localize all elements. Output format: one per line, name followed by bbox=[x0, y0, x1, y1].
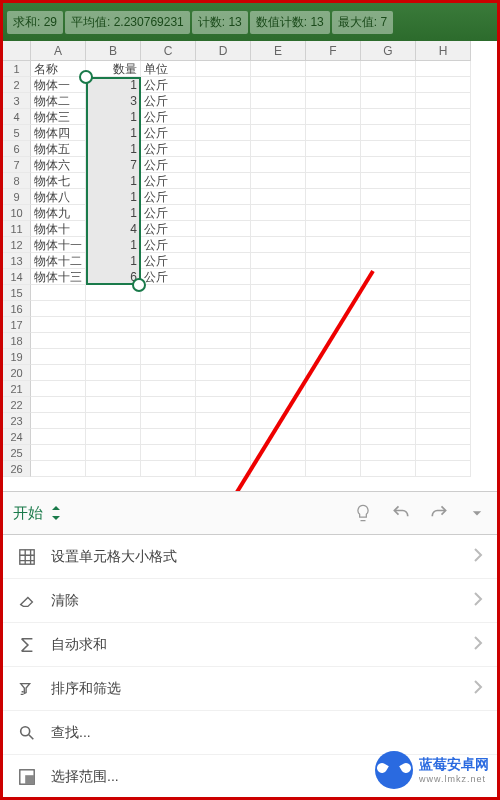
cell[interactable] bbox=[196, 253, 251, 269]
cell[interactable]: 3 bbox=[86, 93, 141, 109]
cell[interactable] bbox=[141, 365, 196, 381]
row-header[interactable]: 5 bbox=[3, 125, 31, 141]
cell[interactable] bbox=[251, 333, 306, 349]
cell[interactable] bbox=[86, 461, 141, 477]
row-header[interactable]: 15 bbox=[3, 285, 31, 301]
row-header[interactable]: 10 bbox=[3, 205, 31, 221]
col-header[interactable]: A bbox=[31, 41, 86, 61]
cell[interactable] bbox=[306, 365, 361, 381]
cell[interactable] bbox=[306, 109, 361, 125]
cell[interactable] bbox=[251, 381, 306, 397]
cell[interactable] bbox=[361, 333, 416, 349]
cell[interactable] bbox=[86, 349, 141, 365]
cell[interactable] bbox=[196, 189, 251, 205]
cell[interactable] bbox=[196, 333, 251, 349]
menu-sort-filter[interactable]: 排序和筛选 bbox=[3, 667, 497, 711]
cell[interactable] bbox=[86, 429, 141, 445]
cell[interactable] bbox=[196, 157, 251, 173]
cell[interactable] bbox=[306, 125, 361, 141]
spreadsheet[interactable]: ABCDEFGH1名称数量单位2物体一1公斤3物体二3公斤4物体三1公斤5物体四… bbox=[3, 41, 497, 491]
cell[interactable] bbox=[306, 333, 361, 349]
cell[interactable] bbox=[251, 189, 306, 205]
cell[interactable] bbox=[196, 461, 251, 477]
row-header[interactable]: 4 bbox=[3, 109, 31, 125]
cell[interactable] bbox=[416, 141, 471, 157]
cell[interactable] bbox=[196, 205, 251, 221]
cell[interactable] bbox=[196, 365, 251, 381]
cell[interactable] bbox=[361, 189, 416, 205]
cell[interactable] bbox=[361, 93, 416, 109]
row-header[interactable]: 14 bbox=[3, 269, 31, 285]
cell[interactable]: 物体三 bbox=[31, 109, 86, 125]
col-header[interactable]: C bbox=[141, 41, 196, 61]
cell[interactable] bbox=[361, 461, 416, 477]
cell[interactable] bbox=[306, 461, 361, 477]
cell[interactable] bbox=[306, 317, 361, 333]
cell[interactable]: 1 bbox=[86, 125, 141, 141]
cell[interactable] bbox=[141, 285, 196, 301]
row-header[interactable]: 18 bbox=[3, 333, 31, 349]
row-header[interactable]: 26 bbox=[3, 461, 31, 477]
cell[interactable] bbox=[86, 301, 141, 317]
cell[interactable] bbox=[361, 221, 416, 237]
cell[interactable] bbox=[196, 125, 251, 141]
cell[interactable] bbox=[251, 173, 306, 189]
cell[interactable] bbox=[196, 141, 251, 157]
row-header[interactable]: 21 bbox=[3, 381, 31, 397]
cell[interactable]: 物体六 bbox=[31, 157, 86, 173]
cell[interactable] bbox=[31, 445, 86, 461]
cell[interactable]: 1 bbox=[86, 109, 141, 125]
row-header[interactable]: 20 bbox=[3, 365, 31, 381]
col-header[interactable]: F bbox=[306, 41, 361, 61]
row-header[interactable]: 6 bbox=[3, 141, 31, 157]
cell[interactable] bbox=[416, 93, 471, 109]
cell[interactable] bbox=[416, 237, 471, 253]
cell[interactable] bbox=[141, 445, 196, 461]
col-header[interactable]: H bbox=[416, 41, 471, 61]
cell[interactable]: 公斤 bbox=[141, 173, 196, 189]
cell[interactable] bbox=[251, 205, 306, 221]
cell[interactable] bbox=[86, 365, 141, 381]
cell[interactable]: 公斤 bbox=[141, 205, 196, 221]
cell[interactable] bbox=[141, 349, 196, 365]
cell[interactable] bbox=[361, 397, 416, 413]
cell[interactable] bbox=[361, 381, 416, 397]
cell[interactable] bbox=[416, 157, 471, 173]
cell[interactable] bbox=[306, 141, 361, 157]
menu-clear[interactable]: 清除 bbox=[3, 579, 497, 623]
row-header[interactable]: 16 bbox=[3, 301, 31, 317]
cell[interactable] bbox=[361, 269, 416, 285]
cell[interactable] bbox=[196, 413, 251, 429]
cell[interactable]: 物体十二 bbox=[31, 253, 86, 269]
cell[interactable] bbox=[196, 349, 251, 365]
cell[interactable]: 公斤 bbox=[141, 189, 196, 205]
cell[interactable] bbox=[306, 77, 361, 93]
cell[interactable]: 物体七 bbox=[31, 173, 86, 189]
row-header[interactable]: 9 bbox=[3, 189, 31, 205]
cell[interactable] bbox=[416, 333, 471, 349]
cell[interactable] bbox=[141, 461, 196, 477]
col-header[interactable]: D bbox=[196, 41, 251, 61]
menu-cell-format[interactable]: 设置单元格大小格式 bbox=[3, 535, 497, 579]
cell[interactable] bbox=[141, 429, 196, 445]
cell[interactable] bbox=[251, 109, 306, 125]
cell[interactable]: 数量 bbox=[86, 61, 141, 77]
cell[interactable] bbox=[196, 445, 251, 461]
cell[interactable] bbox=[306, 397, 361, 413]
cell[interactable] bbox=[361, 141, 416, 157]
cell[interactable] bbox=[86, 413, 141, 429]
row-header[interactable]: 24 bbox=[3, 429, 31, 445]
cell[interactable]: 公斤 bbox=[141, 237, 196, 253]
cell[interactable]: 物体十一 bbox=[31, 237, 86, 253]
cell[interactable] bbox=[416, 349, 471, 365]
cell[interactable] bbox=[306, 221, 361, 237]
cell[interactable]: 公斤 bbox=[141, 221, 196, 237]
cell[interactable] bbox=[306, 349, 361, 365]
cell[interactable] bbox=[416, 461, 471, 477]
cell[interactable] bbox=[416, 109, 471, 125]
cell[interactable] bbox=[251, 301, 306, 317]
cell[interactable] bbox=[251, 397, 306, 413]
cell[interactable] bbox=[251, 365, 306, 381]
cell[interactable] bbox=[306, 381, 361, 397]
menu-autosum[interactable]: 自动求和 bbox=[3, 623, 497, 667]
